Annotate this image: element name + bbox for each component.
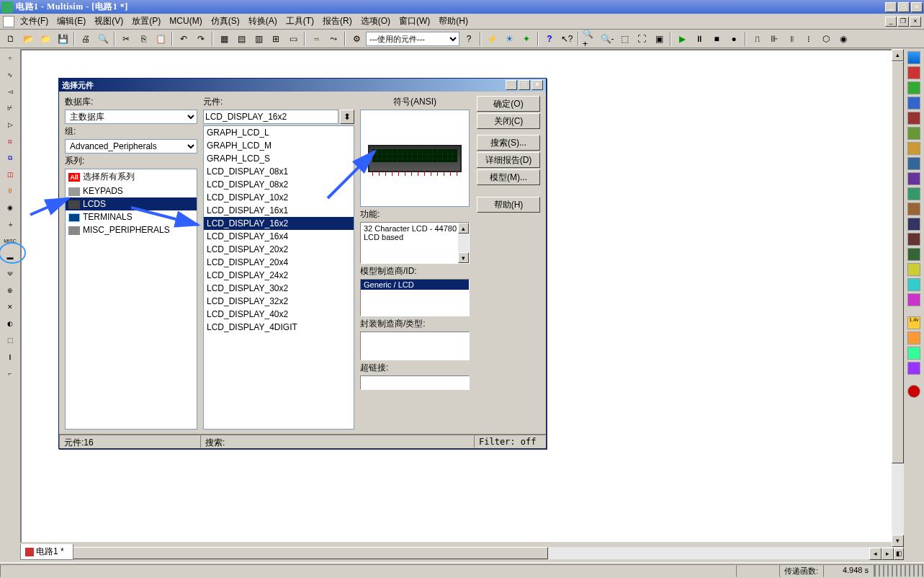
place-ladder-icon[interactable]: ✕ bbox=[2, 299, 18, 315]
tab-circuit1[interactable]: 电路1 * bbox=[20, 544, 73, 560]
dialog-close-button[interactable]: × bbox=[531, 80, 543, 90]
func-scroll-down[interactable]: ▾ bbox=[458, 252, 469, 263]
tab-scroll-right[interactable]: ▸ bbox=[882, 548, 894, 560]
t-a-icon[interactable]: ⎍ bbox=[749, 31, 765, 47]
t-e-icon[interactable]: ⬡ bbox=[818, 31, 834, 47]
tool3-icon[interactable]: ▥ bbox=[251, 31, 266, 47]
wire-icon[interactable]: ⤳ bbox=[326, 31, 341, 47]
close-button[interactable]: × bbox=[911, 2, 923, 12]
vscroll-thumb[interactable] bbox=[892, 61, 904, 463]
menu-t[interactable]: 工具(T) bbox=[282, 14, 318, 27]
component-item-graph_lcd_s[interactable]: GRAPH_LCD_S bbox=[204, 152, 354, 165]
component-item-lcd_display_08x2[interactable]: LCD_DISPLAY_08x2 bbox=[204, 178, 354, 191]
zoomin-icon[interactable]: 🔍+ bbox=[582, 31, 598, 47]
probe3-icon[interactable]: ✦ bbox=[519, 31, 534, 47]
component-filter-button[interactable]: ⬍ bbox=[340, 110, 354, 124]
netanalyzer-icon[interactable] bbox=[906, 247, 922, 262]
place-transistor-icon[interactable]: ⊬ bbox=[2, 100, 18, 116]
agscope-icon[interactable] bbox=[906, 293, 922, 307]
logicanalyzer-icon[interactable] bbox=[906, 172, 922, 186]
place-mcu-icon[interactable]: ◐ bbox=[2, 316, 18, 332]
menu-o[interactable]: 选项(O) bbox=[356, 14, 395, 27]
family-item-misc-peripherals[interactable]: MISC_PERIPHERALS bbox=[66, 223, 197, 236]
tool1-icon[interactable]: ▦ bbox=[216, 31, 232, 47]
component-input[interactable] bbox=[203, 110, 338, 124]
vscroll-down-icon[interactable]: ▾ bbox=[892, 535, 904, 547]
menu-a[interactable]: 转换(A) bbox=[244, 14, 282, 27]
tool4-icon[interactable]: ⊞ bbox=[268, 31, 284, 47]
family-listbox[interactable]: All选择所有系列KEYPADSLCDSTERMINALSMISC_PERIPH… bbox=[65, 169, 197, 430]
paste-icon[interactable]: 📋 bbox=[153, 31, 169, 47]
place-diode-icon[interactable]: ◅ bbox=[2, 84, 18, 99]
pause-icon[interactable]: ⏸ bbox=[691, 31, 707, 47]
save-icon[interactable]: 💾 bbox=[55, 31, 71, 47]
mdi-close-button[interactable]: × bbox=[910, 17, 921, 27]
family-item-terminals[interactable]: TERMINALS bbox=[66, 210, 197, 223]
menu-p[interactable]: 放置(P) bbox=[127, 14, 165, 27]
open-icon[interactable]: 📂 bbox=[20, 31, 36, 47]
print-icon[interactable]: 🖨 bbox=[78, 31, 94, 47]
new-icon[interactable]: 🗋 bbox=[3, 31, 19, 47]
menu-h[interactable]: 帮助(H) bbox=[434, 14, 472, 27]
family-item-lcds[interactable]: LCDS bbox=[66, 197, 197, 210]
labview-icon[interactable] bbox=[906, 346, 922, 360]
menu-r[interactable]: 报告(R) bbox=[318, 14, 356, 27]
component-item-lcd_display_16x4[interactable]: LCD_DISPLAY_16x4 bbox=[204, 230, 354, 243]
place-power-icon[interactable]: ⏚ bbox=[2, 216, 18, 232]
freqcounter-icon[interactable] bbox=[906, 141, 922, 156]
tab-split-icon[interactable]: ◧ bbox=[894, 548, 904, 560]
probe-tool-icon[interactable] bbox=[906, 384, 922, 399]
menu-mcum[interactable]: MCU(M) bbox=[165, 14, 206, 27]
component-listbox[interactable]: GRAPH_LCD_LGRAPH_LCD_MGRAPH_LCD_SLCD_DIS… bbox=[203, 125, 354, 430]
t-f-icon[interactable]: ◉ bbox=[835, 31, 851, 47]
model-button[interactable]: 模型(M)... bbox=[477, 169, 540, 185]
place-mixed-icon[interactable]: θ bbox=[2, 183, 18, 199]
family-item-------[interactable]: All选择所有系列 bbox=[66, 169, 197, 184]
canvas-vscrollbar[interactable]: ▴ ▾ bbox=[892, 49, 904, 547]
zoomarea-icon[interactable]: ⬚ bbox=[616, 31, 632, 47]
place-misc2-icon[interactable]: MISC bbox=[2, 233, 18, 249]
database-select[interactable]: 主数据库 bbox=[65, 110, 197, 124]
used-component-combo[interactable]: ---使用的元件--- bbox=[366, 32, 459, 46]
elvis-icon[interactable] bbox=[906, 361, 922, 375]
component-item-lcd_display_24x2[interactable]: LCD_DISPLAY_24x2 bbox=[204, 269, 354, 282]
step-icon[interactable]: ● bbox=[726, 31, 742, 47]
fullscreen-icon[interactable]: ▣ bbox=[651, 31, 667, 47]
comp-icon[interactable]: ⚙ bbox=[349, 31, 364, 47]
place-elmech-icon[interactable]: ⊕ bbox=[2, 283, 18, 298]
probe2-icon[interactable]: ☀ bbox=[501, 31, 517, 47]
t-d-icon[interactable]: ⫶ bbox=[801, 31, 817, 47]
report-button[interactable]: 详细报告(D) bbox=[477, 152, 540, 168]
component-item-lcd_display_30x2[interactable]: LCD_DISPLAY_30x2 bbox=[204, 282, 354, 295]
place-adv-periph-icon[interactable]: ▬ bbox=[2, 249, 18, 265]
place-hier-icon[interactable]: ⬚ bbox=[2, 332, 18, 348]
agfuncgen-icon[interactable] bbox=[906, 262, 922, 277]
place-indicator-icon[interactable]: ◉ bbox=[2, 200, 18, 215]
component-item-lcd_display_10x2[interactable]: LCD_DISPLAY_10x2 bbox=[204, 191, 354, 204]
help2-icon[interactable]: ? bbox=[542, 31, 557, 47]
wordgen-icon[interactable] bbox=[906, 156, 922, 171]
copy-icon[interactable]: ⎘ bbox=[135, 31, 151, 47]
menu-w[interactable]: 窗口(W) bbox=[395, 14, 434, 27]
undo-icon[interactable]: ↶ bbox=[176, 31, 192, 47]
zoomout-icon[interactable]: 🔍- bbox=[599, 31, 615, 47]
ivanalyzer-icon[interactable] bbox=[906, 202, 922, 216]
cut-icon[interactable]: ✂ bbox=[118, 31, 134, 47]
dialog-maximize-button[interactable]: □ bbox=[519, 80, 530, 90]
help-button[interactable]: 帮助(H) bbox=[477, 197, 540, 213]
place-misc-icon[interactable]: ◫ bbox=[2, 166, 18, 182]
mdi-restore-button[interactable]: ❐ bbox=[897, 17, 909, 27]
place-icon[interactable]: ⎓ bbox=[308, 31, 324, 47]
close-button[interactable]: 关闭(C) bbox=[477, 113, 540, 129]
preview-icon[interactable]: 🔍 bbox=[95, 31, 111, 47]
open2-icon[interactable]: 📁 bbox=[37, 31, 53, 47]
agmultimeter-icon[interactable] bbox=[906, 277, 922, 292]
component-item-lcd_display_20x4[interactable]: LCD_DISPLAY_20x4 bbox=[204, 256, 354, 269]
zoomfit-icon[interactable]: ⛶ bbox=[634, 31, 650, 47]
menu-e[interactable]: 编辑(E) bbox=[53, 14, 90, 27]
t-c-icon[interactable]: ⫴ bbox=[784, 31, 799, 47]
menu-f[interactable]: 文件(F) bbox=[16, 14, 53, 27]
place-rf-icon[interactable]: Ψ bbox=[2, 266, 18, 282]
run-icon[interactable]: ▶ bbox=[674, 31, 690, 47]
family-item-keypads[interactable]: KEYPADS bbox=[66, 184, 197, 197]
